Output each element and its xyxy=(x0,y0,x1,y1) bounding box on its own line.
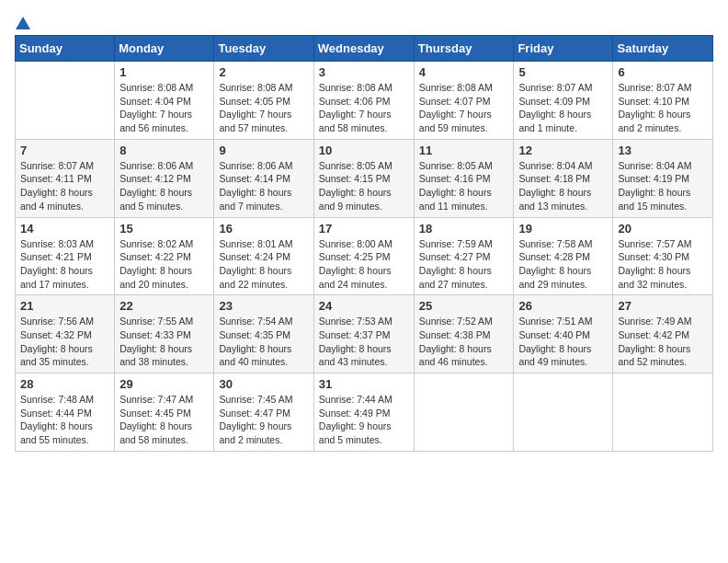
day-cell: 25Sunrise: 7:52 AMSunset: 4:38 PMDayligh… xyxy=(414,295,514,373)
calendar-header-row: SundayMondayTuesdayWednesdayThursdayFrid… xyxy=(16,36,713,62)
day-info: Sunrise: 8:05 AMSunset: 4:16 PMDaylight:… xyxy=(419,159,509,213)
week-row-3: 21Sunrise: 7:56 AMSunset: 4:32 PMDayligh… xyxy=(16,295,713,373)
day-cell: 10Sunrise: 8:05 AMSunset: 4:15 PMDayligh… xyxy=(313,139,414,217)
day-info: Sunrise: 7:53 AMSunset: 4:37 PMDaylight:… xyxy=(319,315,409,369)
day-number: 30 xyxy=(219,377,308,391)
day-info: Sunrise: 8:02 AMSunset: 4:22 PMDaylight:… xyxy=(119,237,209,292)
day-number: 16 xyxy=(219,222,308,236)
day-info: Sunrise: 7:56 AMSunset: 4:32 PMDaylight:… xyxy=(20,315,109,369)
day-cell xyxy=(514,373,613,452)
day-cell: 20Sunrise: 7:57 AMSunset: 4:30 PMDayligh… xyxy=(613,217,713,295)
day-cell: 31Sunrise: 7:44 AMSunset: 4:49 PMDayligh… xyxy=(313,373,414,452)
day-cell xyxy=(414,373,514,452)
day-number: 17 xyxy=(319,222,409,236)
day-number: 20 xyxy=(618,222,708,236)
day-info: Sunrise: 8:08 AMSunset: 4:05 PMDaylight:… xyxy=(219,81,308,135)
day-info: Sunrise: 8:04 AMSunset: 4:19 PMDaylight:… xyxy=(618,159,708,213)
header-sunday: Sunday xyxy=(16,36,115,62)
day-info: Sunrise: 8:00 AMSunset: 4:25 PMDaylight:… xyxy=(319,237,409,292)
day-cell: 17Sunrise: 8:00 AMSunset: 4:25 PMDayligh… xyxy=(313,217,414,295)
day-info: Sunrise: 7:45 AMSunset: 4:47 PMDaylight:… xyxy=(219,393,308,447)
day-number: 19 xyxy=(518,222,608,236)
day-info: Sunrise: 7:54 AMSunset: 4:35 PMDaylight:… xyxy=(219,315,308,369)
day-cell: 4Sunrise: 8:08 AMSunset: 4:07 PMDaylight… xyxy=(414,62,514,140)
day-number: 25 xyxy=(419,299,509,313)
day-number: 26 xyxy=(518,299,608,313)
day-cell xyxy=(16,62,115,140)
week-row-0: 1Sunrise: 8:08 AMSunset: 4:04 PMDaylight… xyxy=(16,62,713,140)
day-info: Sunrise: 8:04 AMSunset: 4:18 PMDaylight:… xyxy=(518,159,608,213)
logo xyxy=(15,15,31,28)
header-friday: Friday xyxy=(514,36,613,62)
day-info: Sunrise: 8:07 AMSunset: 4:10 PMDaylight:… xyxy=(618,81,708,135)
week-row-2: 14Sunrise: 8:03 AMSunset: 4:21 PMDayligh… xyxy=(16,217,713,295)
day-number: 5 xyxy=(518,65,608,79)
day-cell: 18Sunrise: 7:59 AMSunset: 4:27 PMDayligh… xyxy=(414,217,514,295)
day-number: 15 xyxy=(119,222,209,236)
day-cell: 24Sunrise: 7:53 AMSunset: 4:37 PMDayligh… xyxy=(313,295,414,373)
day-number: 21 xyxy=(20,299,109,313)
day-info: Sunrise: 7:58 AMSunset: 4:28 PMDaylight:… xyxy=(518,237,608,292)
day-info: Sunrise: 8:08 AMSunset: 4:04 PMDaylight:… xyxy=(119,81,209,135)
day-cell: 6Sunrise: 8:07 AMSunset: 4:10 PMDaylight… xyxy=(613,62,713,140)
day-number: 28 xyxy=(20,377,109,391)
day-info: Sunrise: 8:01 AMSunset: 4:24 PMDaylight:… xyxy=(219,237,308,292)
day-cell: 23Sunrise: 7:54 AMSunset: 4:35 PMDayligh… xyxy=(214,295,313,373)
day-cell: 15Sunrise: 8:02 AMSunset: 4:22 PMDayligh… xyxy=(115,217,214,295)
day-cell: 30Sunrise: 7:45 AMSunset: 4:47 PMDayligh… xyxy=(214,373,313,452)
day-info: Sunrise: 7:55 AMSunset: 4:33 PMDaylight:… xyxy=(119,315,209,369)
day-number: 24 xyxy=(319,299,409,313)
day-info: Sunrise: 7:57 AMSunset: 4:30 PMDaylight:… xyxy=(618,237,708,292)
day-number: 2 xyxy=(219,65,308,79)
day-cell: 5Sunrise: 8:07 AMSunset: 4:09 PMDaylight… xyxy=(514,62,613,140)
day-cell: 11Sunrise: 8:05 AMSunset: 4:16 PMDayligh… xyxy=(414,139,514,217)
day-cell: 3Sunrise: 8:08 AMSunset: 4:06 PMDaylight… xyxy=(313,62,414,140)
day-number: 4 xyxy=(419,65,509,79)
day-info: Sunrise: 8:08 AMSunset: 4:07 PMDaylight:… xyxy=(419,81,509,135)
week-row-1: 7Sunrise: 8:07 AMSunset: 4:11 PMDaylight… xyxy=(16,139,713,217)
day-info: Sunrise: 8:06 AMSunset: 4:12 PMDaylight:… xyxy=(119,159,209,213)
day-cell: 1Sunrise: 8:08 AMSunset: 4:04 PMDaylight… xyxy=(115,62,214,140)
day-cell: 21Sunrise: 7:56 AMSunset: 4:32 PMDayligh… xyxy=(16,295,115,373)
day-cell: 29Sunrise: 7:47 AMSunset: 4:45 PMDayligh… xyxy=(115,373,214,452)
day-number: 12 xyxy=(518,144,608,157)
day-number: 10 xyxy=(319,144,409,157)
day-number: 9 xyxy=(219,144,308,157)
day-cell: 16Sunrise: 8:01 AMSunset: 4:24 PMDayligh… xyxy=(214,217,313,295)
day-number: 1 xyxy=(119,65,209,79)
day-cell: 8Sunrise: 8:06 AMSunset: 4:12 PMDaylight… xyxy=(115,139,214,217)
day-cell: 22Sunrise: 7:55 AMSunset: 4:33 PMDayligh… xyxy=(115,295,214,373)
day-number: 18 xyxy=(419,222,509,236)
day-cell: 9Sunrise: 8:06 AMSunset: 4:14 PMDaylight… xyxy=(214,139,313,217)
day-number: 6 xyxy=(618,65,708,79)
day-info: Sunrise: 8:03 AMSunset: 4:21 PMDaylight:… xyxy=(20,237,109,292)
day-number: 27 xyxy=(618,299,708,313)
day-info: Sunrise: 7:47 AMSunset: 4:45 PMDaylight:… xyxy=(119,393,209,447)
day-number: 22 xyxy=(119,299,209,313)
day-number: 31 xyxy=(319,377,409,391)
day-number: 3 xyxy=(319,65,409,79)
header-tuesday: Tuesday xyxy=(214,36,313,62)
svg-marker-0 xyxy=(16,17,30,29)
calendar: SundayMondayTuesdayWednesdayThursdayFrid… xyxy=(15,35,713,452)
day-info: Sunrise: 7:52 AMSunset: 4:38 PMDaylight:… xyxy=(419,315,509,369)
day-info: Sunrise: 8:06 AMSunset: 4:14 PMDaylight:… xyxy=(219,159,308,213)
week-row-4: 28Sunrise: 7:48 AMSunset: 4:44 PMDayligh… xyxy=(16,373,713,452)
day-number: 14 xyxy=(20,222,109,236)
day-number: 13 xyxy=(618,144,708,157)
day-info: Sunrise: 8:05 AMSunset: 4:15 PMDaylight:… xyxy=(319,159,409,213)
day-cell: 19Sunrise: 7:58 AMSunset: 4:28 PMDayligh… xyxy=(514,217,613,295)
day-info: Sunrise: 7:51 AMSunset: 4:40 PMDaylight:… xyxy=(518,315,608,369)
day-cell xyxy=(613,373,713,452)
header xyxy=(15,15,713,28)
day-cell: 12Sunrise: 8:04 AMSunset: 4:18 PMDayligh… xyxy=(514,139,613,217)
header-monday: Monday xyxy=(115,36,214,62)
day-cell: 26Sunrise: 7:51 AMSunset: 4:40 PMDayligh… xyxy=(514,295,613,373)
day-info: Sunrise: 7:49 AMSunset: 4:42 PMDaylight:… xyxy=(618,315,708,369)
day-info: Sunrise: 7:48 AMSunset: 4:44 PMDaylight:… xyxy=(20,393,109,447)
day-info: Sunrise: 8:08 AMSunset: 4:06 PMDaylight:… xyxy=(319,81,409,135)
day-cell: 14Sunrise: 8:03 AMSunset: 4:21 PMDayligh… xyxy=(16,217,115,295)
header-saturday: Saturday xyxy=(613,36,713,62)
day-cell: 27Sunrise: 7:49 AMSunset: 4:42 PMDayligh… xyxy=(613,295,713,373)
logo-triangle-icon xyxy=(15,15,31,31)
